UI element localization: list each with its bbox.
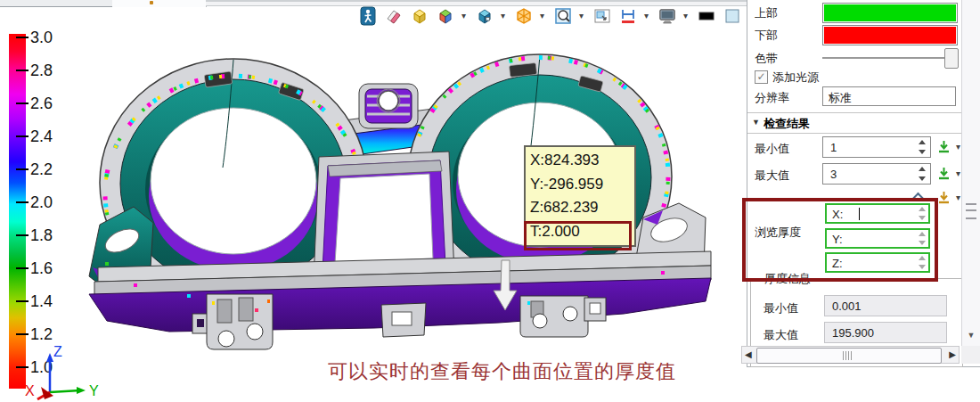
- y-axis-label: Y: [89, 383, 99, 398]
- color-band-slider-track: [822, 57, 956, 59]
- color-band-slider-handle[interactable]: [944, 48, 959, 69]
- x-field-label: X:: [832, 208, 843, 221]
- info-max-field: 195.900: [824, 322, 947, 343]
- tab-inactive[interactable]: [0, 0, 113, 7]
- properties-panel: 上部 下部 色带 ✓ 添加光源 分辨率 标准 ▾ ▼ 检查结果 最小值 1 ▾ …: [747, 0, 980, 367]
- browse-y-field[interactable]: Y:: [825, 228, 930, 249]
- resolution-label: 分辨率: [755, 90, 789, 106]
- browse-z-field[interactable]: Z:: [825, 252, 930, 273]
- min-value: 1: [830, 141, 837, 154]
- vertical-scrollbar[interactable]: ▼: [961, 0, 980, 346]
- add-light-checkbox[interactable]: ✓: [755, 70, 768, 84]
- horizontal-scrollbar[interactable]: ◀ ▶: [741, 346, 960, 364]
- tooltip-y: Y:-296.959: [530, 173, 630, 197]
- lower-color-swatch[interactable]: [822, 25, 958, 45]
- chevron-down-icon: ▾: [829, 91, 951, 101]
- info-min-field: 0.001: [824, 295, 947, 316]
- tooltip-z: Z:682.239: [530, 196, 630, 220]
- apply-min-dropdown[interactable]: ▾: [956, 142, 960, 152]
- info-min-value: 0.001: [832, 299, 862, 313]
- info-max-value: 195.900: [832, 326, 874, 340]
- axis-triad: Z Y X: [14, 344, 103, 401]
- x-axis-label: X: [25, 383, 35, 398]
- probe-tooltip: X:824.393 Y:-296.959 Z:682.239 T:2.000: [524, 145, 636, 247]
- info-max-label: 最大值: [764, 327, 798, 343]
- max-value-spinner[interactable]: 3: [822, 163, 931, 185]
- max-value: 3: [830, 168, 837, 181]
- upper-color-swatch[interactable]: [822, 3, 958, 23]
- save-results-dropdown[interactable]: ▾: [956, 193, 960, 202]
- apply-max-dropdown[interactable]: ▾: [956, 168, 960, 178]
- upper-color-label: 上部: [755, 5, 778, 21]
- scrollbar-corner: [961, 346, 980, 364]
- add-light-label: 添加光源: [772, 70, 819, 86]
- horizontal-scrollbar-thumb[interactable]: [756, 348, 942, 364]
- apply-max-icon[interactable]: [936, 166, 951, 181]
- 3d-viewport[interactable]: [0, 7, 748, 402]
- resolution-select[interactable]: 标准 ▾: [822, 86, 956, 106]
- check-results-title: 检查结果: [764, 116, 810, 132]
- min-value-spinner[interactable]: 1: [822, 136, 931, 158]
- collapse-triangle-icon: ▼: [752, 118, 760, 127]
- tooltip-x: X:824.393: [530, 149, 630, 173]
- thickness-highlight-box: [524, 221, 632, 250]
- browse-x-field[interactable]: X:: [825, 203, 930, 224]
- info-min-label: 最小值: [764, 300, 798, 316]
- caption-text: 可以实时的查看每个曲面位置的厚度值: [328, 358, 676, 385]
- tab-active[interactable]: [112, 0, 207, 7]
- scrollbar-grip[interactable]: [966, 203, 976, 219]
- check-results-header[interactable]: ▼ 检查结果: [747, 112, 961, 134]
- save-results-icon[interactable]: [936, 190, 951, 205]
- tab-indicator-dot: [150, 1, 153, 4]
- max-value-label: 最大值: [755, 168, 789, 184]
- min-value-label: 最小值: [755, 141, 789, 157]
- y-field-label: Y:: [832, 233, 843, 246]
- apply-min-icon[interactable]: [936, 139, 951, 154]
- color-band-label: 色带: [755, 51, 778, 67]
- z-field-label: Z:: [832, 257, 843, 270]
- z-axis-label: Z: [53, 344, 62, 359]
- scroll-down-arrow[interactable]: ▼: [964, 328, 978, 342]
- lower-color-label: 下部: [755, 28, 778, 44]
- text-cursor: [859, 208, 860, 220]
- app-window: 3.0 2.8 2.6 2.4 2.2 2.0 1.8 1.6 1.4 1.2 …: [0, 0, 980, 402]
- scroll-right-arrow[interactable]: ▶: [949, 349, 956, 361]
